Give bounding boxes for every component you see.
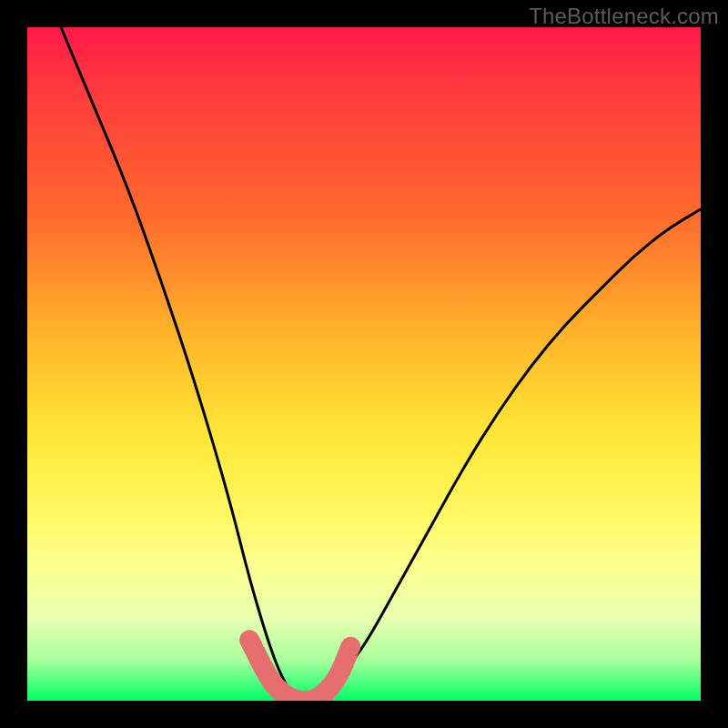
bottleneck-curve	[61, 27, 701, 701]
chart-frame: TheBottleneck.com	[0, 0, 728, 728]
watermark-text: TheBottleneck.com	[529, 4, 719, 29]
highlight-band	[249, 640, 350, 701]
plot-area	[27, 27, 701, 701]
curve-layer	[27, 27, 701, 701]
